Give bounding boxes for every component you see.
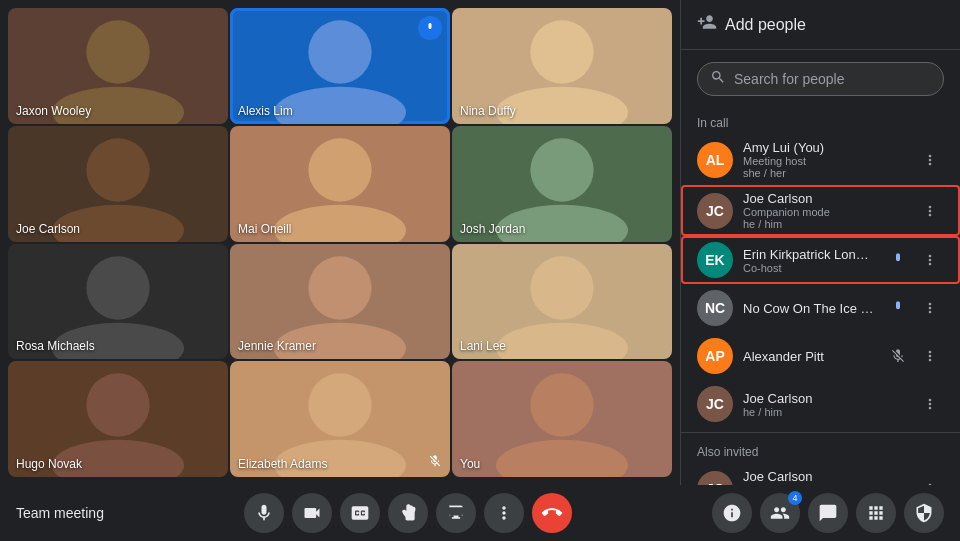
participant-actions [916,475,944,486]
avatar: AL [697,142,733,178]
more-options-icon[interactable] [916,197,944,225]
more-options-icon[interactable] [916,294,944,322]
add-people-icon [697,12,717,37]
avatar: EK [697,242,733,278]
toolbar: Team meeting 4 [0,485,960,541]
tile-name: Hugo Novak [16,457,82,471]
invited-list: JCJoe CarlsonOptionalSE-STO-KUNJCJoe Car… [681,463,960,485]
participant-sub: Optional [743,484,906,485]
svg-point-8 [308,138,371,201]
svg-point-12 [86,256,149,319]
activities-button[interactable] [856,493,896,533]
participant-name: No Cow On The Ice (se-sto... [743,301,874,316]
more-options-icon[interactable] [916,475,944,486]
participant-actions [916,390,944,418]
video-tile-jennie-kramer[interactable]: Jennie Kramer [230,244,450,360]
audio-icon[interactable] [884,246,912,274]
right-panel: Add people In call ALAmy Lui (You)Meetin… [680,0,960,485]
tile-name: Josh Jordan [460,222,525,236]
video-tile-nina-duffy[interactable]: Nina Duffy [452,8,672,124]
audio-icon[interactable] [884,294,912,322]
more-options-icon[interactable] [916,146,944,174]
tile-name: Nina Duffy [460,104,516,118]
participant-item[interactable]: JCJoe CarlsonOptionalSE-STO-KUN [681,463,960,485]
more-options-button[interactable] [484,493,524,533]
mic-button[interactable] [244,493,284,533]
end-call-button[interactable] [532,493,572,533]
svg-point-17 [496,322,628,359]
avatar: AP [697,338,733,374]
participant-name: Joe Carlson [743,191,906,206]
participant-sub: she / her [743,167,906,179]
people-button[interactable]: 4 [760,493,800,533]
tile-name: Elizabeth Adams [238,457,327,471]
participant-item[interactable]: APAlexander Pitt [681,332,960,380]
participant-name: Erin Kirkpatrick Long nam... [743,247,874,262]
tile-name: Rosa Michaels [16,339,95,353]
chat-button[interactable] [808,493,848,533]
video-tile-jaxon-wooley[interactable]: Jaxon Wooley [8,8,228,124]
svg-point-6 [86,138,149,201]
present-button[interactable] [436,493,476,533]
participant-item[interactable]: JCJoe CarlsonCompanion modehe / him [681,185,960,236]
participants-list: In call ALAmy Lui (You)Meeting hostshe /… [681,108,960,485]
svg-point-14 [308,256,371,319]
svg-point-0 [86,20,149,83]
video-tile-you[interactable]: You [452,361,672,477]
mic-off-icon[interactable] [884,342,912,370]
svg-point-4 [530,20,593,83]
participant-item[interactable]: JCJoe Carlsonhe / him [681,380,960,428]
svg-point-23 [496,440,628,477]
participant-sub: he / him [743,218,906,230]
video-tile-josh-jordan[interactable]: Josh Jordan [452,126,672,242]
svg-point-2 [308,20,371,83]
info-button[interactable] [712,493,752,533]
in-call-list: ALAmy Lui (You)Meeting hostshe / herJCJo… [681,134,960,428]
video-tile-elizabeth-adams[interactable]: Elizabeth Adams [230,361,450,477]
security-button[interactable] [904,493,944,533]
svg-point-22 [530,374,593,437]
svg-point-16 [530,256,593,319]
more-options-icon[interactable] [916,390,944,418]
participant-sub: he / him [743,406,906,418]
participant-item[interactable]: NCNo Cow On The Ice (se-sto... [681,284,960,332]
panel-title: Add people [725,16,806,34]
avatar: JC [697,386,733,422]
participant-actions [884,342,944,370]
svg-point-20 [308,374,371,437]
participant-actions [916,146,944,174]
participant-item[interactable]: ALAmy Lui (You)Meeting hostshe / her [681,134,960,185]
search-box[interactable] [697,62,944,96]
avatar: JC [697,471,733,486]
participant-name: Amy Lui (You) [743,140,906,155]
tile-name: Jennie Kramer [238,339,316,353]
participant-name: Joe Carlson [743,469,906,484]
search-icon [710,69,726,89]
search-input[interactable] [734,71,931,87]
participant-name: Alexander Pitt [743,349,874,364]
svg-point-18 [86,374,149,437]
captions-button[interactable] [340,493,380,533]
raise-hand-button[interactable] [388,493,428,533]
video-tile-joe-carlson[interactable]: Joe Carlson [8,126,228,242]
participant-actions [884,246,944,274]
participant-item[interactable]: EKErin Kirkpatrick Long nam...Co-host [681,236,960,284]
participant-actions [884,294,944,322]
participant-info: Joe CarlsonOptionalSE-STO-KUN [743,469,906,485]
video-tile-lani-lee[interactable]: Lani Lee [452,244,672,360]
tile-name: Jaxon Wooley [16,104,91,118]
video-tile-hugo-novak[interactable]: Hugo Novak [8,361,228,477]
participant-name: Joe Carlson [743,391,906,406]
participant-info: Joe CarlsonCompanion modehe / him [743,191,906,230]
avatar: NC [697,290,733,326]
video-tile-rosa-michaels[interactable]: Rosa Michaels [8,244,228,360]
participant-sub: Companion mode [743,206,906,218]
more-options-icon[interactable] [916,246,944,274]
video-tile-alexis-lim[interactable]: Alexis Lim [230,8,450,124]
svg-point-3 [274,87,406,124]
video-tile-mai-oneill[interactable]: Mai Oneill [230,126,450,242]
people-badge: 4 [788,491,802,505]
more-options-icon[interactable] [916,342,944,370]
panel-header: Add people [681,0,960,50]
camera-button[interactable] [292,493,332,533]
